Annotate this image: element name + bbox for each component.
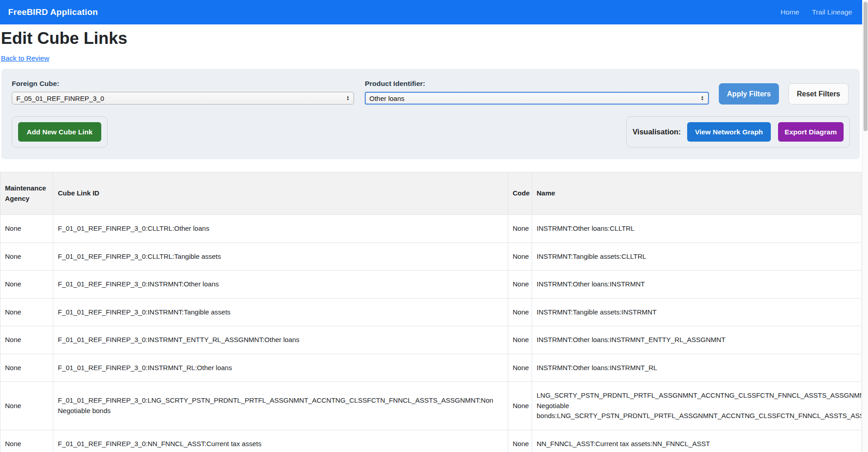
cell-code: None (508, 430, 532, 452)
cell-cube-link-id: F_01_01_REF_FINREP_3_0:INSTRMNT_ENTTY_RL… (53, 326, 508, 354)
navbar-brand[interactable]: FreeBIRD Application (8, 7, 98, 17)
table-row: None F_01_01_REF_FINREP_3_0:INSTRMNT:Oth… (0, 271, 862, 299)
cell-cube-link-id: F_01_01_REF_FINREP_3_0:CLLTRL:Other loan… (53, 215, 508, 243)
table-row: None F_01_01_REF_FINREP_3_0:LNG_SCRTY_PS… (0, 382, 862, 430)
cell-maintenance-agency: None (0, 326, 53, 354)
cell-code: None (508, 215, 532, 243)
foreign-cube-group: Foreign Cube: F_05_01_REF_FINREP_3_0 ▲▼ (12, 80, 354, 105)
cell-name: INSTRMNT:Other loans:INSTRMNT_ENTTY_RL_A… (532, 326, 862, 354)
cell-maintenance-agency: None (0, 215, 53, 243)
apply-filters-button[interactable]: Apply Filters (719, 83, 779, 105)
select-stepper-icon: ▲▼ (346, 95, 349, 101)
page-viewport: FreeBIRD Application Home Trail Lineage … (0, 0, 868, 452)
back-to-review-link[interactable]: Back to Review (1, 54, 49, 62)
table-row: None F_01_01_REF_FINREP_3_0:INSTRMNT_RL:… (0, 354, 862, 382)
cell-name: INSTRMNT:Other loans:INSTRMNT (532, 271, 862, 299)
nav-link-home[interactable]: Home (781, 8, 799, 16)
filter-row-actions: Add New Cube Link Visualisation: View Ne… (12, 116, 850, 147)
cell-maintenance-agency: None (0, 354, 53, 382)
product-identifier-label: Product Identifier: (365, 80, 709, 88)
cell-name: INSTRMNT:Tangible assets:CLLTRL (532, 243, 862, 271)
reset-filters-button[interactable]: Reset Filters (788, 83, 849, 105)
cell-code: None (508, 243, 532, 271)
cell-name: LNG_SCRTY_PSTN_PRDNTL_PRTFL_ASSGNMNT_ACC… (532, 382, 862, 430)
cell-cube-link-id: F_01_01_REF_FINREP_3_0:CLLTRL:Tangible a… (53, 243, 508, 271)
cell-code: None (508, 382, 532, 430)
add-cube-link-card: Add New Cube Link (12, 116, 108, 147)
table-row: None F_01_01_REF_FINREP_3_0:INSTRMNT:Tan… (0, 298, 862, 326)
cell-name: INSTRMNT:Other loans:INSTRMNT_RL (532, 354, 862, 382)
cell-code: None (508, 271, 532, 299)
column-header-code: Code (508, 172, 532, 215)
column-header-name: Name (532, 172, 862, 215)
cell-cube-link-id: F_01_01_REF_FINREP_3_0:LNG_SCRTY_PSTN_PR… (53, 382, 508, 430)
table-body: None F_01_01_REF_FINREP_3_0:CLLTRL:Other… (0, 215, 862, 452)
filter-panel: Foreign Cube: F_05_01_REF_FINREP_3_0 ▲▼ … (1, 69, 860, 159)
foreign-cube-select[interactable]: F_05_01_REF_FINREP_3_0 ▲▼ (12, 92, 354, 105)
product-identifier-selected-value: Other loans (369, 95, 405, 102)
cell-maintenance-agency: None (0, 271, 53, 299)
product-identifier-select[interactable]: Other loans ▲▼ (365, 92, 709, 105)
cube-links-table-wrapper: Maintenance Agency Cube Link ID Code Nam… (0, 172, 862, 452)
cell-name: INSTRMNT:Tangible assets:INSTRMNT (532, 298, 862, 326)
cell-maintenance-agency: None (0, 430, 53, 452)
view-network-graph-button[interactable]: View Network Graph (687, 122, 770, 142)
table-header-row: Maintenance Agency Cube Link ID Code Nam… (0, 172, 862, 215)
vertical-scrollbar[interactable] (862, 0, 868, 452)
column-header-maintenance-agency: Maintenance Agency (0, 172, 53, 215)
cell-code: None (508, 326, 532, 354)
table-row: None F_01_01_REF_FINREP_3_0:INSTRMNT_ENT… (0, 326, 862, 354)
select-stepper-icon: ▲▼ (701, 95, 704, 101)
visualisation-label: Visualisation: (632, 128, 681, 136)
navbar-links: Home Trail Lineage (781, 8, 852, 16)
cell-cube-link-id: F_01_01_REF_FINREP_3_0:INSTRMNT_RL:Other… (53, 354, 508, 382)
column-header-cube-link-id: Cube Link ID (53, 172, 508, 215)
cell-maintenance-agency: None (0, 298, 53, 326)
cell-cube-link-id: F_01_01_REF_FINREP_3_0:NN_FNNCL_ASST:Cur… (53, 430, 508, 452)
product-identifier-group: Product Identifier: Other loans ▲▼ (365, 80, 709, 105)
cell-name: NN_FNNCL_ASST:Current tax assets:NN_FNNC… (532, 430, 862, 452)
vertical-scrollbar-thumb[interactable] (863, 2, 868, 131)
cell-name: INSTRMNT:Other loans:CLLTRL (532, 215, 862, 243)
foreign-cube-label: Foreign Cube: (12, 80, 354, 88)
cell-cube-link-id: F_01_01_REF_FINREP_3_0:INSTRMNT:Other lo… (53, 271, 508, 299)
navbar: FreeBIRD Application Home Trail Lineage (0, 0, 862, 24)
cell-maintenance-agency: None (0, 243, 53, 271)
table-row: None F_01_01_REF_FINREP_3_0:CLLTRL:Tangi… (0, 243, 862, 271)
cube-links-table: Maintenance Agency Cube Link ID Code Nam… (0, 172, 862, 452)
page-content: FreeBIRD Application Home Trail Lineage … (0, 0, 862, 452)
visualisation-card: Visualisation: View Network Graph Export… (626, 116, 850, 147)
foreign-cube-selected-value: F_05_01_REF_FINREP_3_0 (16, 95, 104, 102)
page-title: Edit Cube Links (1, 29, 862, 48)
cell-cube-link-id: F_01_01_REF_FINREP_3_0:INSTRMNT:Tangible… (53, 298, 508, 326)
filter-row-selects: Foreign Cube: F_05_01_REF_FINREP_3_0 ▲▼ … (12, 80, 850, 105)
cell-code: None (508, 354, 532, 382)
add-new-cube-link-button[interactable]: Add New Cube Link (18, 122, 101, 142)
nav-link-trail-lineage[interactable]: Trail Lineage (812, 8, 852, 16)
cell-code: None (508, 298, 532, 326)
cell-maintenance-agency: None (0, 382, 53, 430)
export-diagram-button[interactable]: Export Diagram (778, 122, 844, 142)
table-row: None F_01_01_REF_FINREP_3_0:CLLTRL:Other… (0, 215, 862, 243)
table-row: None F_01_01_REF_FINREP_3_0:NN_FNNCL_ASS… (0, 430, 862, 452)
